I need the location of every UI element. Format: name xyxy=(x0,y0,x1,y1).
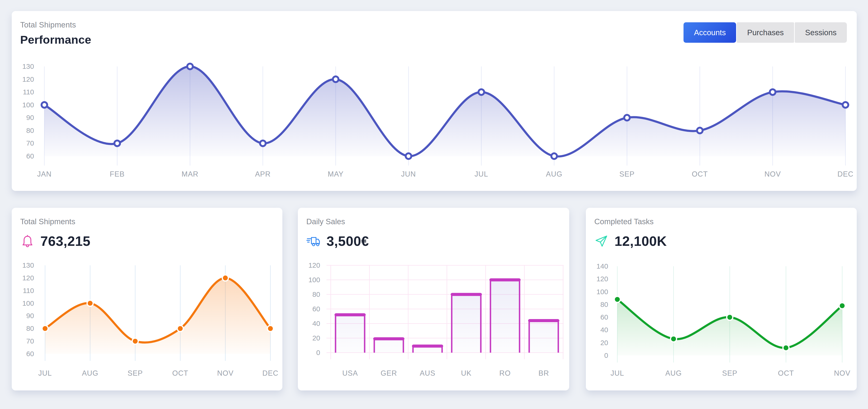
svg-text:AUG: AUG xyxy=(82,369,98,377)
daily-sales-value: 3,500€ xyxy=(327,233,369,249)
svg-text:140: 140 xyxy=(596,262,608,270)
svg-text:130: 130 xyxy=(22,261,34,269)
daily-sales-header: Daily Sales 3,500€ xyxy=(298,208,569,249)
svg-text:80: 80 xyxy=(600,300,608,308)
performance-line-chart: 60708090100110120130JANFEBMARAPRMAYJUNJU… xyxy=(17,56,852,188)
svg-text:60: 60 xyxy=(312,305,320,313)
svg-text:JUN: JUN xyxy=(401,170,416,178)
svg-text:JUL: JUL xyxy=(611,369,624,377)
svg-text:100: 100 xyxy=(308,276,320,284)
svg-text:90: 90 xyxy=(26,114,34,121)
svg-text:130: 130 xyxy=(22,62,34,70)
performance-card: Total Shipments Performance Accounts Pur… xyxy=(12,11,857,191)
svg-text:NOV: NOV xyxy=(765,170,781,178)
bell-icon xyxy=(20,234,35,249)
svg-text:110: 110 xyxy=(23,88,34,96)
total-shipments-header: Total Shipments 763,215 xyxy=(12,208,282,249)
svg-text:UK: UK xyxy=(461,369,471,377)
completed-tasks-line-chart: 020406080100120140JULAUGSEPOCTNOV xyxy=(591,258,852,383)
svg-text:0: 0 xyxy=(316,349,320,356)
tab-sessions[interactable]: Sessions xyxy=(795,22,847,43)
svg-text:DEC: DEC xyxy=(837,170,854,178)
svg-text:APR: APR xyxy=(255,170,271,178)
tab-purchases[interactable]: Purchases xyxy=(737,22,794,43)
svg-text:120: 120 xyxy=(596,275,608,283)
svg-text:GER: GER xyxy=(380,369,397,377)
daily-sales-label: Daily Sales xyxy=(306,217,560,226)
svg-text:SEP: SEP xyxy=(619,170,635,178)
svg-text:80: 80 xyxy=(26,324,34,332)
svg-text:110: 110 xyxy=(23,287,34,294)
chart-filter-tabs: Accounts Purchases Sessions xyxy=(683,22,847,43)
svg-text:20: 20 xyxy=(600,339,608,347)
completed-tasks-value: 12,100K xyxy=(615,233,667,249)
svg-text:AUG: AUG xyxy=(546,170,562,178)
svg-text:60: 60 xyxy=(600,313,608,321)
svg-text:70: 70 xyxy=(26,139,34,147)
svg-text:AUS: AUS xyxy=(420,369,435,377)
svg-text:80: 80 xyxy=(312,290,320,298)
svg-text:0: 0 xyxy=(604,351,608,359)
svg-text:120: 120 xyxy=(22,76,34,83)
svg-text:60: 60 xyxy=(26,350,34,358)
svg-text:OCT: OCT xyxy=(692,170,708,178)
svg-text:100: 100 xyxy=(596,288,608,296)
tab-accounts[interactable]: Accounts xyxy=(683,22,736,43)
daily-sales-bar-chart: 020406080100120USAGERAUSUKROBR xyxy=(303,258,564,383)
dashboard-page: { "colors": { "page-bg": "#edf0f5", "car… xyxy=(0,0,868,409)
total-shipments-label: Total Shipments xyxy=(20,217,273,226)
completed-tasks-label: Completed Tasks xyxy=(594,217,847,226)
completed-tasks-card: Completed Tasks 12,100K 0204060801001201… xyxy=(586,208,857,390)
svg-text:120: 120 xyxy=(22,274,34,282)
svg-text:MAR: MAR xyxy=(182,170,198,178)
svg-text:BR: BR xyxy=(538,369,549,377)
svg-text:OCT: OCT xyxy=(172,369,188,377)
svg-text:20: 20 xyxy=(312,334,320,342)
daily-sales-card: Daily Sales 3,500€ 020406080100120USAGER… xyxy=(298,208,569,390)
svg-text:AUG: AUG xyxy=(665,369,682,377)
svg-text:JAN: JAN xyxy=(37,170,52,178)
total-shipments-line-chart: 60708090100110120130JULAUGSEPOCTNOVDEC xyxy=(17,258,278,383)
svg-text:70: 70 xyxy=(26,337,34,345)
paper-plane-icon xyxy=(594,234,609,249)
svg-text:JUL: JUL xyxy=(475,170,488,178)
svg-text:100: 100 xyxy=(22,299,34,307)
svg-text:100: 100 xyxy=(22,101,34,109)
svg-text:40: 40 xyxy=(312,320,320,327)
svg-text:RO: RO xyxy=(499,369,511,377)
svg-text:OCT: OCT xyxy=(778,369,794,377)
svg-text:40: 40 xyxy=(600,326,608,333)
svg-text:90: 90 xyxy=(26,312,34,320)
svg-text:SEP: SEP xyxy=(127,369,143,377)
svg-text:FEB: FEB xyxy=(110,170,125,178)
svg-text:80: 80 xyxy=(26,126,34,134)
svg-text:60: 60 xyxy=(26,152,34,160)
svg-text:SEP: SEP xyxy=(722,369,737,377)
completed-tasks-header: Completed Tasks 12,100K xyxy=(586,208,857,249)
svg-text:JUL: JUL xyxy=(38,369,52,377)
svg-text:DEC: DEC xyxy=(262,369,278,377)
delivery-truck-icon xyxy=(306,234,321,249)
total-shipments-value: 763,215 xyxy=(40,233,90,249)
svg-text:USA: USA xyxy=(342,369,358,377)
svg-text:NOV: NOV xyxy=(834,369,850,377)
svg-text:120: 120 xyxy=(308,261,320,269)
svg-text:MAY: MAY xyxy=(328,170,344,178)
total-shipments-card: Total Shipments 763,215 6070809010011012… xyxy=(12,208,282,390)
svg-text:NOV: NOV xyxy=(217,369,234,377)
